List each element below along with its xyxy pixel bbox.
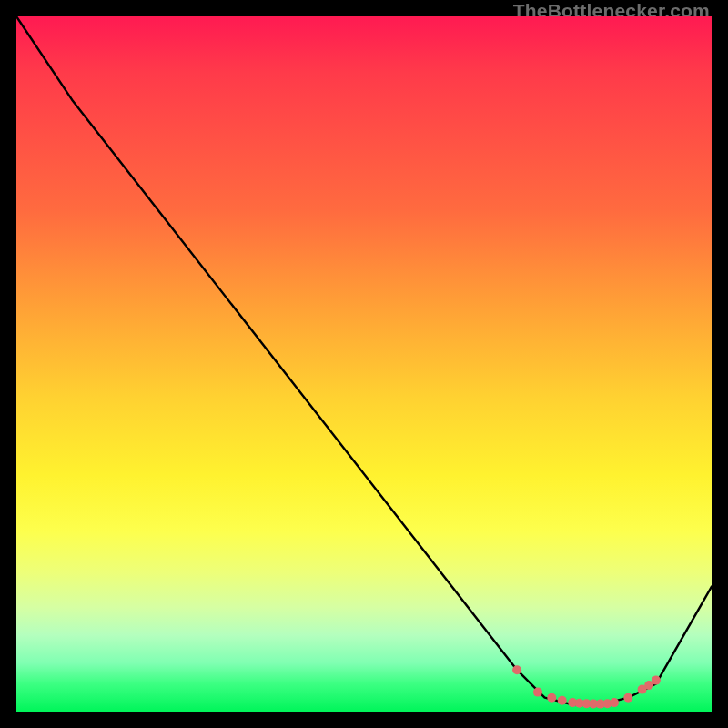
marker-dot	[558, 696, 567, 705]
marker-dot	[623, 693, 632, 703]
marker-dot	[610, 698, 619, 707]
gradient-plot-area	[16, 16, 712, 712]
chart-container: TheBottlenecker.com	[0, 0, 728, 728]
bottleneck-curve-svg	[16, 16, 712, 712]
marker-dot	[652, 676, 661, 685]
bottleneck-curve-path	[16, 16, 712, 704]
marker-dot	[547, 693, 556, 703]
marker-dot	[512, 665, 521, 674]
marker-dot	[533, 688, 542, 697]
